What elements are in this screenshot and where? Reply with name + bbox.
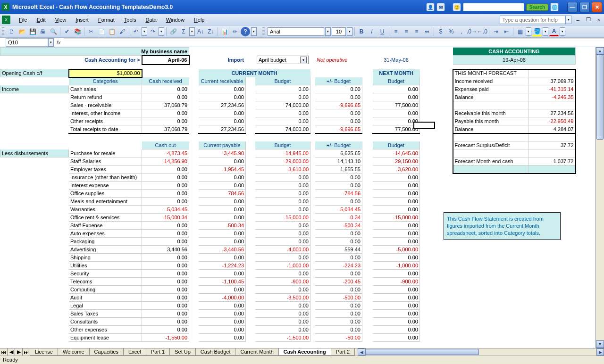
sum-dropdown[interactable]: ▾ [189,27,195,36]
cell-disb-row-label[interactable]: Purchase for resale [69,149,142,157]
help-icon[interactable]: ? [241,27,250,36]
tab-nav-first[interactable]: ⏮ [0,348,8,356]
cell-less-disb[interactable]: Less disbursements [0,149,69,157]
borders-icon[interactable]: ▦ [515,27,525,36]
menu-tools[interactable]: Tools [119,17,141,23]
menu-help[interactable]: Help [189,17,210,23]
font-color-dropdown[interactable]: ▾ [560,27,565,36]
cell-current-month[interactable]: CURRENT MONTH [199,69,310,77]
comma-icon[interactable]: , [457,27,466,36]
sheet-tab-capacities[interactable]: Capacities [89,348,124,356]
cell-disb-row-label[interactable]: Staff Salaries [69,157,142,165]
cell-import-label[interactable]: Import [199,56,246,65]
scroll-down-button[interactable]: ▼ [596,340,604,348]
cell-disb-row-label[interactable]: Shipping [69,254,142,262]
doc-restore-button[interactable]: ❐ [584,17,593,23]
cell-forecast-date[interactable]: 19-Apr-06 [453,56,576,65]
doc-minimize-button[interactable]: – [574,17,581,23]
align-center-icon[interactable]: ≡ [402,27,411,36]
sheet-tab-set-up[interactable]: Set Up [169,348,196,356]
formula-input[interactable] [64,38,604,47]
font-color-icon[interactable]: A [549,27,559,36]
cell-plusminus1[interactable]: +/- Budget [315,77,362,85]
window-maximize-button[interactable]: ❐ [579,2,590,12]
globe-icon[interactable]: 🌐 [550,3,559,11]
fx-label[interactable]: fx [57,40,61,45]
bold-icon[interactable]: B [357,27,366,36]
sheet-tab-welcome[interactable]: Welcome [58,348,90,356]
format-paint-icon[interactable]: 🖌 [117,27,127,36]
import-dropdown[interactable]: April budget▾ [255,56,310,65]
increase-decimal-icon[interactable]: .0→ [467,27,477,36]
cell-disb-row-label[interactable]: Legal [69,302,142,310]
cell-disb-row-label[interactable]: Security [69,270,142,278]
cell-disb-row-label[interactable]: Warranties [69,206,142,214]
window-minimize-button[interactable]: — [567,2,578,12]
increase-indent-icon[interactable]: ⇥ [491,27,501,36]
merge-icon[interactable]: ⇔ [422,27,432,36]
toolbar-options[interactable]: ▾ [251,27,257,36]
horizontal-scrollbar[interactable]: ◀ ▶ [358,348,604,356]
cell-next-month[interactable]: NEXT MONTH [373,69,420,77]
drawing-icon[interactable]: ✏ [230,27,240,36]
person-icon[interactable]: 👤 [426,3,435,11]
cell-income-row-label[interactable]: Total receipts to date [69,125,142,133]
scroll-up-button[interactable]: ▲ [596,47,604,55]
menu-view[interactable]: View [50,17,71,23]
sheet-tab-current-month[interactable]: Current Month [235,348,278,356]
fill-dropdown[interactable]: ▾ [543,27,548,36]
link-icon[interactable]: 🔗 [168,27,178,36]
research-icon[interactable]: 📚 [73,27,82,36]
cell-cash-out[interactable]: Cash out [142,141,189,149]
font-size-dropdown[interactable]: ▾ [347,27,352,36]
copy-icon[interactable]: 📄 [97,27,106,36]
hscroll-thumb[interactable] [366,349,479,355]
cell-disb-row-label[interactable]: Advertising [69,246,142,254]
cell-disb-row-label[interactable]: Staff Expense [69,222,142,230]
cell-opening-label[interactable]: Opening Cash c/f [0,69,69,77]
cell-disb-row-label[interactable]: Utilities [69,262,142,270]
cell-cash-received[interactable]: Cash received [142,77,189,85]
save-icon[interactable]: 💾 [28,27,37,36]
cell-income-row-label[interactable]: Cash sales [69,85,142,93]
cell-period-value[interactable]: April-06 [142,56,189,65]
cell-disb-row-label[interactable]: Interest expense [69,182,142,190]
cell-income-row-label[interactable]: Return refund [69,93,142,101]
sheet-tab-excel[interactable]: Excel [123,348,146,356]
cell-disb-row-label[interactable]: Equipment lease [69,334,142,342]
cell-income-row-label[interactable]: Other receipts [69,117,142,125]
new-icon[interactable]: 🗋 [7,27,17,36]
cell-cur-payable[interactable]: Current payable [199,141,246,149]
sort-desc-icon[interactable]: Z↓ [206,27,216,36]
font-size-select[interactable] [332,27,346,36]
sheet-tab-cash-budget[interactable]: Cash Budget [195,348,236,356]
undo-icon[interactable]: ↶ [131,27,141,36]
print-icon[interactable]: 🖶 [38,27,48,36]
cell-opening-value[interactable]: $1,000.00 [69,69,142,77]
cell-disb-row-label[interactable]: Office rent & services [69,214,142,222]
cell-disb-row-label[interactable]: Packaging [69,238,142,246]
align-left-icon[interactable]: ≡ [391,27,401,36]
cell-budget2[interactable]: Budget [255,141,310,149]
font-name-select[interactable] [268,27,324,36]
cell-disb-row-label[interactable]: Consultants [69,318,142,326]
cell-income-label[interactable]: Income [0,85,69,93]
menu-window[interactable]: Window [161,17,189,23]
cell-business-name[interactable]: My business name [0,48,189,56]
cell-budget1[interactable]: Budget [255,77,310,85]
percent-icon[interactable]: % [446,27,456,36]
hscroll-right[interactable]: ▶ [596,348,604,356]
active-cell-cursor[interactable] [413,122,435,129]
cell-forecast-title[interactable]: THIS MONTH FORECAST [453,69,528,77]
sum-icon[interactable]: Σ [179,27,188,36]
title-search-input[interactable] [463,3,524,11]
menu-insert[interactable]: Insert [71,17,93,23]
vertical-scrollbar[interactable]: ▲ ▼ [596,47,604,348]
buddy-icon[interactable]: 🙂 [453,3,461,11]
vscroll-thumb[interactable] [596,55,604,140]
italic-icon[interactable]: I [367,27,377,36]
decrease-indent-icon[interactable]: ⇤ [502,27,511,36]
cell-next-budget2[interactable]: Budget [373,141,420,149]
spell-icon[interactable]: ✔ [62,27,72,36]
menu-edit[interactable]: Edit [32,17,50,23]
